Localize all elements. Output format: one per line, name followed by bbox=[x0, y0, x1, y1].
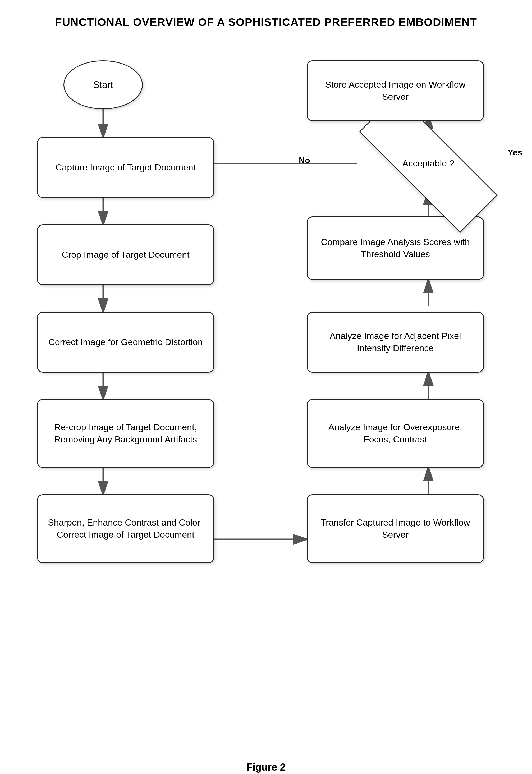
analyze-over-box: Analyze Image for Overexposure, Focus, C… bbox=[307, 399, 484, 468]
sharpen-box: Sharpen, Enhance Contrast and Color-Corr… bbox=[37, 494, 214, 563]
correct-geo-box: Correct Image for Geometric Distortion bbox=[37, 312, 214, 373]
transfer-box: Transfer Captured Image to Workflow Serv… bbox=[307, 494, 484, 563]
start-label: Start bbox=[93, 79, 113, 90]
store-label: Store Accepted Image on Workflow Server bbox=[314, 79, 477, 103]
correct-geo-label: Correct Image for Geometric Distortion bbox=[48, 336, 203, 348]
start-node: Start bbox=[63, 60, 143, 109]
flowchart: Start Capture Image of Target Document C… bbox=[21, 44, 511, 754]
page-title: FUNCTIONAL OVERVIEW OF A SOPHISTICATED P… bbox=[21, 16, 511, 29]
acceptable-diamond: Acceptable ? bbox=[357, 137, 500, 190]
acceptable-label: Acceptable ? bbox=[402, 157, 455, 169]
no-label: No bbox=[299, 155, 310, 165]
yes-label: Yes bbox=[508, 148, 522, 157]
figure-label: Figure 2 bbox=[21, 762, 511, 773]
compare-label: Compare Image Analysis Scores with Thres… bbox=[314, 236, 477, 260]
capture-box: Capture Image of Target Document bbox=[37, 137, 214, 198]
store-box: Store Accepted Image on Workflow Server bbox=[307, 60, 484, 121]
transfer-label: Transfer Captured Image to Workflow Serv… bbox=[314, 516, 477, 541]
crop-label: Crop Image of Target Document bbox=[62, 249, 189, 261]
analyze-pixel-box: Analyze Image for Adjacent Pixel Intensi… bbox=[307, 312, 484, 373]
recrop-box: Re-crop Image of Target Document, Removi… bbox=[37, 399, 214, 468]
analyze-pixel-label: Analyze Image for Adjacent Pixel Intensi… bbox=[314, 330, 477, 354]
crop-box: Crop Image of Target Document bbox=[37, 225, 214, 285]
recrop-label: Re-crop Image of Target Document, Removi… bbox=[44, 421, 207, 446]
analyze-over-label: Analyze Image for Overexposure, Focus, C… bbox=[314, 421, 477, 446]
capture-label: Capture Image of Target Document bbox=[56, 161, 196, 173]
sharpen-label: Sharpen, Enhance Contrast and Color-Corr… bbox=[44, 516, 207, 541]
